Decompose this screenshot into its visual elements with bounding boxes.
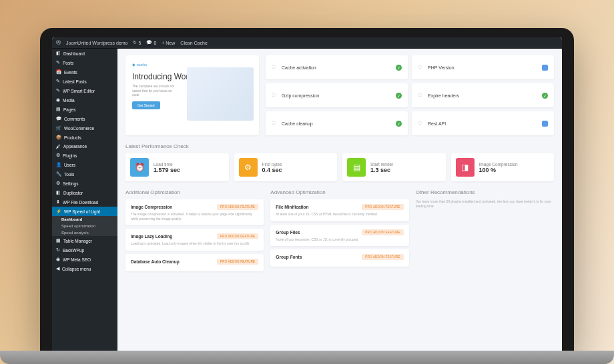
metric-icon: ▤ <box>347 158 366 177</box>
sidebar-item[interactable]: 💬Comments <box>52 114 117 123</box>
metric-card: ▤Start render1.3 sec <box>342 153 446 181</box>
wp-logo-icon[interactable]: ⓦ <box>56 39 61 46</box>
opt-desc: Loading is activated. Load only images w… <box>131 241 258 246</box>
sidebar-item[interactable]: ⚙Settings <box>52 179 117 188</box>
status-label: Rest API <box>428 121 446 126</box>
optimization-item: Database Auto CleanupPRO ADDON FEATURE <box>125 254 264 271</box>
menu-icon: ◉ <box>56 97 60 103</box>
menu-icon: 🖌 <box>56 144 61 149</box>
metric-label: Load time <box>154 162 180 167</box>
menu-label: Posts <box>63 61 73 65</box>
status-label: Cache activation <box>282 65 316 70</box>
sidebar-item[interactable]: 🛒WooCommerce <box>52 123 117 133</box>
menu-icon: ◀ <box>56 266 59 271</box>
menu-icon: ⚡ <box>56 209 61 214</box>
menu-label: Users <box>64 163 75 167</box>
sidebar-item[interactable]: 📅Events <box>52 67 117 77</box>
status-card[interactable]: ◌Expire headers✓ <box>412 83 554 107</box>
info-icon <box>542 65 548 71</box>
metric-icon: ⏰ <box>130 158 149 177</box>
status-card[interactable]: ◌Cache cleanup✓ <box>266 111 408 135</box>
pro-badge: PRO ADDON FEATURE <box>217 259 258 265</box>
check-icon: ✓ <box>396 93 402 99</box>
metric-card: ⏰Load time1.579 sec <box>125 153 229 181</box>
opt-name: Group Files <box>276 230 300 235</box>
opt-name: File Minification <box>276 205 308 209</box>
info-icon <box>542 121 548 127</box>
sidebar-item[interactable]: ◧Dashboard <box>52 49 117 58</box>
additional-optimization: Additional Optimization Image Compressio… <box>125 189 264 275</box>
menu-icon: ◧ <box>56 51 61 56</box>
sidebar-item[interactable]: ⚡WP Speed of Light <box>52 207 117 216</box>
sidebar-item[interactable]: ↻BackWPup <box>52 245 117 255</box>
menu-icon: 📅 <box>56 69 61 75</box>
metric-label: Image Compression <box>479 162 518 167</box>
sidebar-item[interactable]: ⬇WP File Download <box>52 197 117 207</box>
menu-icon: 💬 <box>56 116 61 121</box>
updates-count[interactable]: ↻ 5 <box>133 40 141 45</box>
menu-icon: ◉ <box>56 257 60 262</box>
sidebar-item[interactable]: ◀Collapse menu <box>52 264 117 273</box>
comments-count[interactable]: 💬 0 <box>146 40 156 45</box>
menu-icon: 🔧 <box>56 171 61 177</box>
sidebar-item[interactable]: ▦Table Manager <box>52 236 117 245</box>
status-grid: ◌Cache activation✓◌PHP Version◌Gzip comp… <box>266 55 554 135</box>
sidebar-item[interactable]: ◉Media <box>52 95 117 105</box>
sidebar-item[interactable]: 👤Users <box>52 160 117 169</box>
clean-cache-button[interactable]: Clean Cache <box>180 41 207 45</box>
status-card[interactable]: ◌Gzip compression✓ <box>266 83 408 107</box>
sidebar-subitem[interactable]: Speed analysis <box>52 229 117 236</box>
pro-badge: PRO ADDON FEATURE <box>362 254 403 260</box>
site-name[interactable]: JoomUnited Wordpress demo <box>66 41 127 45</box>
sidebar-subitem[interactable]: Dashboard <box>52 216 117 223</box>
status-card[interactable]: ◌Cache activation✓ <box>266 55 408 79</box>
menu-icon: ↻ <box>56 247 60 253</box>
menu-icon: ✎ <box>56 88 60 93</box>
metric-label: First bytes <box>262 162 282 167</box>
menu-label: Products <box>64 135 81 140</box>
metric-label: Start render <box>370 162 393 167</box>
sidebar-item[interactable]: 📦Products <box>52 133 117 142</box>
menu-label: Table Manager <box>63 239 92 243</box>
status-icon: ◌ <box>418 64 424 71</box>
admin-toolbar: ⓦ JoomUnited Wordpress demo ↻ 5 💬 0 + Ne… <box>52 37 562 49</box>
other-recommendations: Other Recommendations You have more than… <box>416 189 554 275</box>
sidebar-item[interactable]: ✎Latest Posts <box>52 77 117 86</box>
optimization-item: Image CompressionPRO ADDON FEATUREThe im… <box>125 199 264 225</box>
sidebar-item[interactable]: ✎Posts <box>52 58 117 67</box>
metric-value: 100 % <box>479 167 518 173</box>
sidebar-item[interactable]: ◧Duplicator <box>52 188 117 197</box>
opt-desc: The image compression is activated. It h… <box>131 212 258 221</box>
metric-card: ◨Image Compression100 % <box>451 153 555 181</box>
perf-section-title: Latest Performance Check <box>125 143 554 149</box>
opt-name: Database Auto Cleanup <box>131 259 180 264</box>
menu-icon: ⚙ <box>56 181 60 186</box>
status-card[interactable]: ◌PHP Version <box>412 55 554 79</box>
status-icon: ◌ <box>418 92 424 99</box>
menu-icon: 🛒 <box>56 125 61 131</box>
menu-label: Latest Posts <box>63 79 87 84</box>
sidebar-item[interactable]: ◉WP Meta SEO <box>52 255 117 264</box>
sidebar-item[interactable]: 🖌Appearance <box>52 142 117 151</box>
opt-name: Image Compression <box>131 205 172 209</box>
new-button[interactable]: + New <box>162 41 175 45</box>
menu-icon: ✎ <box>56 60 60 65</box>
rec-text: You have more than 20 plugins installed … <box>416 199 554 208</box>
status-icon: ◌ <box>272 64 278 71</box>
status-label: Gzip compression <box>282 93 319 98</box>
sidebar-item[interactable]: 🔧Tools <box>52 169 117 179</box>
menu-label: Dashboard <box>63 51 85 56</box>
get-started-button[interactable]: Get Started <box>132 101 160 109</box>
check-icon: ✓ <box>396 65 402 71</box>
menu-icon: 👤 <box>56 162 61 167</box>
status-card[interactable]: ◌Rest API <box>412 111 554 135</box>
sidebar-item[interactable]: ✎WP Smart Editor <box>52 86 117 95</box>
menu-icon: ⬇ <box>56 199 60 205</box>
menu-icon: ▦ <box>56 238 61 243</box>
sidebar-item[interactable]: ⚙Plugins <box>52 151 117 160</box>
menu-icon: ◧ <box>56 190 61 195</box>
sidebar-item[interactable]: ▤Pages <box>52 105 117 114</box>
opt-desc: None of you resources, CSS or JS, is cur… <box>276 237 403 242</box>
sidebar-subitem[interactable]: Speed optimization <box>52 223 117 229</box>
opt-desc: At least one of your JS, CSS or HTML res… <box>276 212 403 217</box>
